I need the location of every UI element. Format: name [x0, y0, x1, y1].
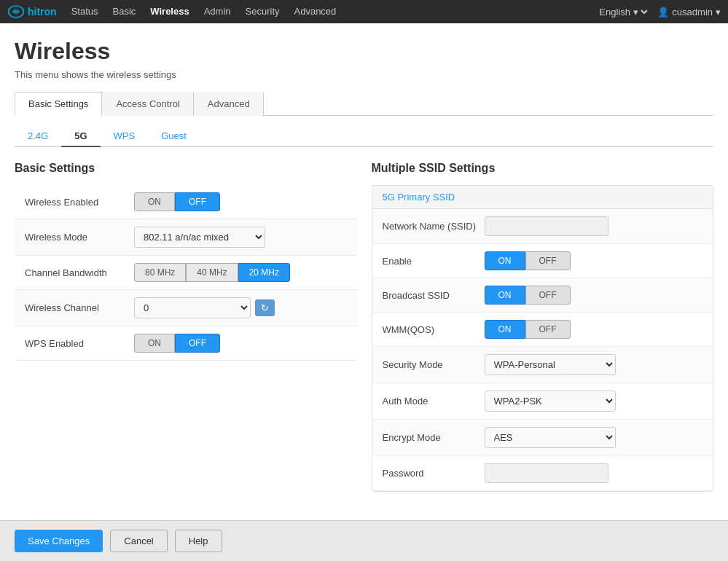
wps-enabled-label: WPS Enabled — [25, 338, 134, 349]
basic-settings-panel: Basic Settings Wireless Enabled ON OFF W… — [15, 162, 357, 492]
brand-name: hitron — [28, 6, 57, 17]
enable-on[interactable]: ON — [485, 251, 525, 270]
network-name-label: Network Name (SSID) — [383, 221, 485, 232]
channel-bandwidth-label: Channel Bandwidth — [25, 267, 134, 278]
bw-20[interactable]: 20 MHz — [238, 263, 290, 282]
ssid-section-title: Multiple SSID Settings — [372, 162, 714, 175]
sub-tab-guest[interactable]: Guest — [148, 126, 200, 147]
password-input[interactable] — [485, 463, 608, 483]
ssid-settings-panel: Multiple SSID Settings 5G Primary SSID N… — [372, 162, 714, 492]
wmm-label: WMM(QOS) — [383, 324, 485, 335]
cancel-button[interactable]: Cancel — [110, 530, 167, 552]
wireless-mode-row: Wireless Mode 802.11 a/n/ac mixed 802.11… — [15, 219, 357, 256]
page-title: Wireless — [15, 38, 713, 65]
wireless-enabled-label: Wireless Enabled — [25, 197, 134, 208]
brand-logo: hitron — [7, 3, 57, 20]
sub-tab-bar: 2.4G 5G WPS Guest — [15, 126, 713, 147]
nav-admin[interactable]: Admin — [197, 0, 238, 23]
navbar: hitron Status Basic Wireless Admin Secur… — [0, 0, 728, 23]
footer-bar: Save Changes Cancel Help — [0, 520, 728, 561]
channel-bandwidth-row: Channel Bandwidth 80 MHz 40 MHz 20 MHz — [15, 256, 357, 290]
enable-label: Enable — [383, 256, 485, 267]
tab-basic-settings[interactable]: Basic Settings — [15, 92, 102, 116]
wmm-toggle: ON OFF — [485, 320, 571, 339]
wps-enabled-toggle: ON OFF — [134, 334, 220, 353]
wireless-channel-select[interactable]: 0 1 6 11 36 — [134, 297, 251, 318]
help-button[interactable]: Help — [175, 530, 222, 552]
language-select[interactable]: English ▾ — [596, 6, 650, 18]
refresh-icon: ↻ — [261, 302, 269, 313]
sub-tab-wps[interactable]: WPS — [101, 126, 149, 147]
wireless-channel-row: Wireless Channel 0 1 6 11 36 ↻ — [15, 290, 357, 326]
sub-tab-5g[interactable]: 5G — [61, 126, 100, 147]
nav-advanced[interactable]: Advanced — [287, 0, 344, 23]
bw-80[interactable]: 80 MHz — [134, 263, 186, 282]
wmm-off[interactable]: OFF — [525, 320, 571, 339]
channel-refresh-button[interactable]: ↻ — [255, 299, 275, 316]
enable-row: Enable ON OFF — [372, 244, 713, 278]
auth-mode-select[interactable]: WPA2-PSK WPA-PSK Mixed — [485, 391, 616, 412]
wireless-mode-select[interactable]: 802.11 a/n/ac mixed 802.11 a only 802.11… — [134, 227, 265, 248]
wps-enabled-off[interactable]: OFF — [175, 334, 220, 353]
user-icon: 👤 — [657, 7, 669, 17]
wps-enabled-on[interactable]: ON — [134, 334, 175, 353]
broadcast-on[interactable]: ON — [485, 286, 525, 305]
wireless-mode-label: Wireless Mode — [25, 232, 134, 243]
password-row: Password — [372, 456, 713, 491]
page-subtitle: This menu shows the wireless settings — [15, 69, 713, 80]
broadcast-toggle: ON OFF — [485, 286, 571, 305]
encrypt-mode-label: Encrypt Mode — [383, 432, 485, 443]
password-label: Password — [383, 468, 485, 479]
wmm-row: WMM(QOS) ON OFF — [372, 313, 713, 347]
encrypt-mode-select[interactable]: AES TKIP TKIP+AES — [485, 427, 616, 448]
sub-tab-2g[interactable]: 2.4G — [15, 126, 61, 147]
auth-mode-row: Auth Mode WPA2-PSK WPA-PSK Mixed — [372, 383, 713, 420]
nav-security[interactable]: Security — [238, 0, 287, 23]
main-grid: Basic Settings Wireless Enabled ON OFF W… — [15, 162, 713, 492]
enable-toggle: ON OFF — [485, 251, 571, 270]
logo-icon — [7, 3, 25, 20]
wireless-enabled-off[interactable]: OFF — [175, 192, 220, 211]
tab-access-control[interactable]: Access Control — [102, 92, 193, 116]
nav-wireless[interactable]: Wireless — [143, 0, 196, 23]
wireless-enabled-row: Wireless Enabled ON OFF — [15, 185, 357, 219]
bw-40[interactable]: 40 MHz — [186, 263, 238, 282]
auth-mode-label: Auth Mode — [383, 396, 485, 407]
nav-links: Status Basic Wireless Admin Security Adv… — [64, 0, 597, 23]
nav-status[interactable]: Status — [64, 0, 106, 23]
user-chevron-icon: ▾ — [716, 7, 721, 17]
user-menu[interactable]: 👤 cusadmin ▾ — [657, 7, 721, 17]
encrypt-mode-row: Encrypt Mode AES TKIP TKIP+AES — [372, 420, 713, 456]
main-tab-bar: Basic Settings Access Control Advanced — [15, 92, 713, 116]
security-mode-label: Security Mode — [383, 359, 485, 370]
broadcast-ssid-label: Broadcast SSID — [383, 290, 485, 301]
channel-row: 0 1 6 11 36 ↻ — [134, 297, 275, 318]
broadcast-off[interactable]: OFF — [525, 286, 571, 305]
wps-enabled-row: WPS Enabled ON OFF — [15, 326, 357, 361]
enable-off[interactable]: OFF — [525, 251, 571, 270]
security-mode-select[interactable]: WPA-Personal WPA-Enterprise WPA2-Persona… — [485, 354, 616, 375]
broadcast-ssid-row: Broadcast SSID ON OFF — [372, 278, 713, 313]
security-mode-row: Security Mode WPA-Personal WPA-Enterpris… — [372, 347, 713, 383]
page-container: Wireless This menu shows the wireless se… — [0, 23, 728, 561]
ssid-primary-label: 5G Primary SSID — [372, 186, 713, 209]
bandwidth-group: 80 MHz 40 MHz 20 MHz — [134, 263, 290, 282]
username: cusadmin — [672, 7, 713, 17]
wireless-enabled-on[interactable]: ON — [134, 192, 175, 211]
basic-settings-title: Basic Settings — [15, 162, 357, 175]
wireless-enabled-toggle: ON OFF — [134, 192, 220, 211]
save-changes-button[interactable]: Save Changes — [15, 530, 103, 552]
wmm-on[interactable]: ON — [485, 320, 525, 339]
network-name-row: Network Name (SSID) — [372, 209, 713, 244]
ssid-panel: 5G Primary SSID Network Name (SSID) Enab… — [372, 185, 714, 492]
tab-advanced[interactable]: Advanced — [194, 92, 264, 116]
network-name-input[interactable] — [485, 216, 608, 236]
nav-right: English ▾ 👤 cusadmin ▾ — [596, 6, 721, 18]
wireless-channel-label: Wireless Channel — [25, 302, 134, 313]
nav-basic[interactable]: Basic — [106, 0, 144, 23]
